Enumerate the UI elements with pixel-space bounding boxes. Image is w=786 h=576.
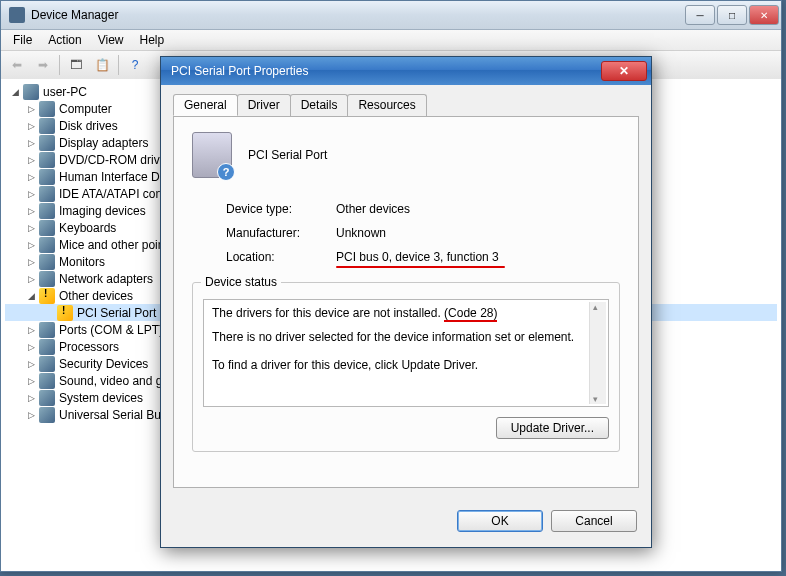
app-icon — [9, 7, 25, 23]
location-value: PCI bus 0, device 3, function 3 — [336, 250, 499, 264]
tab-resources[interactable]: Resources — [347, 94, 426, 116]
device-category-icon — [39, 254, 55, 270]
show-hidden-button[interactable]: 🗔 — [64, 53, 88, 77]
tree-item-label: DVD/CD-ROM drives — [59, 153, 172, 167]
collapse-icon[interactable]: ◢ — [25, 290, 37, 302]
tree-item-label: Other devices — [59, 289, 133, 303]
update-driver-button[interactable]: Update Driver... — [496, 417, 609, 439]
help-button[interactable]: ? — [123, 53, 147, 77]
properties-button[interactable]: 📋 — [90, 53, 114, 77]
close-button[interactable]: ✕ — [749, 5, 779, 25]
tree-root-label: user-PC — [43, 85, 87, 99]
device-name: PCI Serial Port — [248, 148, 327, 162]
device-status-text[interactable]: The drivers for this device are not inst… — [203, 299, 609, 407]
tree-item-label: Security Devices — [59, 357, 148, 371]
dialog-close-button[interactable]: ✕ — [601, 61, 647, 81]
status-code: (Code 28) — [444, 306, 497, 322]
expand-icon[interactable]: ▷ — [25, 341, 37, 353]
device-category-icon — [39, 186, 55, 202]
tab-general[interactable]: General — [173, 94, 238, 116]
status-line2: There is no driver selected for the devi… — [212, 330, 600, 344]
expand-icon[interactable]: ▷ — [25, 120, 37, 132]
device-category-icon — [39, 220, 55, 236]
device-category-icon — [39, 407, 55, 423]
tree-item-label: Keyboards — [59, 221, 116, 235]
scrollbar[interactable] — [589, 302, 606, 404]
device-category-icon — [39, 101, 55, 117]
expand-icon[interactable]: ▷ — [25, 409, 37, 421]
menubar: File Action View Help — [1, 30, 781, 51]
back-button[interactable]: ⬅ — [5, 53, 29, 77]
tab-driver[interactable]: Driver — [237, 94, 291, 116]
expand-icon[interactable]: ▷ — [25, 358, 37, 370]
maximize-button[interactable]: □ — [717, 5, 747, 25]
manufacturer-value: Unknown — [336, 226, 386, 240]
separator — [59, 55, 60, 75]
menu-file[interactable]: File — [5, 31, 40, 49]
tab-panel-general: PCI Serial Port Device type: Other devic… — [173, 116, 639, 488]
collapse-icon[interactable]: ◢ — [9, 86, 21, 98]
ok-button[interactable]: OK — [457, 510, 543, 532]
warning-icon — [57, 305, 73, 321]
device-category-icon — [39, 118, 55, 134]
annotation-underline — [336, 266, 505, 268]
device-status-legend: Device status — [201, 275, 281, 289]
tree-item-label: Imaging devices — [59, 204, 146, 218]
tree-item-label: Display adapters — [59, 136, 148, 150]
properties-dialog: PCI Serial Port Properties ✕ General Dri… — [160, 56, 652, 548]
expand-icon[interactable]: ▷ — [25, 103, 37, 115]
manufacturer-label: Manufacturer: — [226, 226, 336, 240]
device-type-value: Other devices — [336, 202, 410, 216]
main-titlebar[interactable]: Device Manager ─ □ ✕ — [1, 1, 781, 30]
expand-icon[interactable]: ▷ — [25, 375, 37, 387]
dialog-title: PCI Serial Port Properties — [165, 64, 601, 78]
expand-icon[interactable]: ▷ — [25, 154, 37, 166]
expand-icon[interactable]: ▷ — [25, 222, 37, 234]
device-category-icon — [39, 169, 55, 185]
device-category-icon — [39, 390, 55, 406]
expand-icon[interactable]: ▷ — [25, 137, 37, 149]
device-status-group: Device status The drivers for this devic… — [192, 282, 620, 452]
tree-item-label: Disk drives — [59, 119, 118, 133]
device-category-icon — [39, 322, 55, 338]
device-category-icon — [39, 203, 55, 219]
expand-icon[interactable]: ▷ — [25, 188, 37, 200]
expand-icon[interactable]: ▷ — [25, 205, 37, 217]
status-line1a: The drivers for this device are not inst… — [212, 306, 444, 320]
device-category-icon — [39, 339, 55, 355]
computer-icon — [23, 84, 39, 100]
expand-icon[interactable]: ▷ — [25, 239, 37, 251]
menu-view[interactable]: View — [90, 31, 132, 49]
forward-button[interactable]: ➡ — [31, 53, 55, 77]
expand-icon[interactable]: ▷ — [25, 256, 37, 268]
menu-help[interactable]: Help — [132, 31, 173, 49]
expand-icon[interactable]: ▷ — [25, 324, 37, 336]
device-type-label: Device type: — [226, 202, 336, 216]
device-icon — [192, 132, 232, 178]
tree-item-label: Monitors — [59, 255, 105, 269]
tree-item-label: PCI Serial Port — [77, 306, 156, 320]
expand-icon[interactable]: ▷ — [25, 273, 37, 285]
tab-details[interactable]: Details — [290, 94, 349, 116]
expand-icon[interactable]: ▷ — [25, 392, 37, 404]
tree-item-label: Computer — [59, 102, 112, 116]
tree-item-label: Network adapters — [59, 272, 153, 286]
status-line3: To find a driver for this device, click … — [212, 358, 600, 372]
dialog-titlebar[interactable]: PCI Serial Port Properties ✕ — [161, 57, 651, 85]
tree-item-label: Processors — [59, 340, 119, 354]
warning-icon — [39, 288, 55, 304]
spacer — [43, 307, 55, 319]
menu-action[interactable]: Action — [40, 31, 89, 49]
device-category-icon — [39, 135, 55, 151]
tree-item-label: Ports (COM & LPT) — [59, 323, 163, 337]
cancel-button[interactable]: Cancel — [551, 510, 637, 532]
expand-icon[interactable]: ▷ — [25, 171, 37, 183]
tabstrip: General Driver Details Resources — [173, 94, 639, 117]
location-label: Location: — [226, 250, 336, 264]
window-title: Device Manager — [31, 8, 685, 22]
device-category-icon — [39, 373, 55, 389]
location-text: PCI bus 0, device 3, function 3 — [336, 250, 499, 264]
separator — [118, 55, 119, 75]
device-category-icon — [39, 271, 55, 287]
minimize-button[interactable]: ─ — [685, 5, 715, 25]
